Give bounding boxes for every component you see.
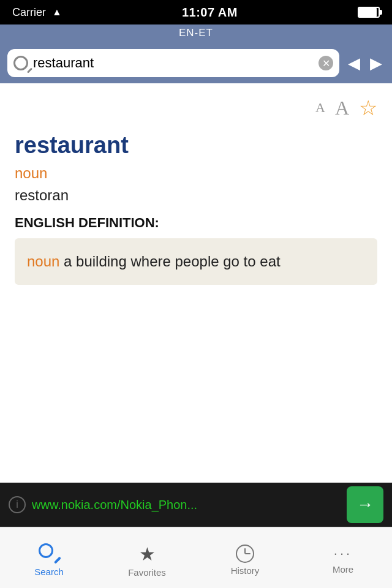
nav-bar: restaurant ✕ ◀ ▶ — [0, 43, 392, 83]
font-small-button[interactable]: A — [315, 100, 325, 116]
definition-box: noun a building where people go to eat — [15, 238, 377, 285]
tab-history[interactable]: History — [196, 540, 294, 576]
tab-search[interactable]: Search — [0, 538, 98, 577]
tab-favorites[interactable]: ★ Favorites — [98, 538, 196, 578]
ad-go-button[interactable]: → — [347, 486, 383, 523]
info-icon[interactable]: i — [9, 496, 26, 513]
font-size-row: A A ☆ — [15, 96, 377, 120]
forward-arrow[interactable]: ▶ — [368, 53, 385, 74]
clear-button[interactable]: ✕ — [318, 56, 333, 70]
tab-search-label: Search — [34, 567, 64, 577]
search-input[interactable]: restaurant — [33, 56, 318, 70]
part-of-speech: noun — [15, 165, 377, 182]
search-tab-icon — [39, 543, 59, 564]
language-label: EN-ET — [0, 24, 392, 43]
search-box[interactable]: restaurant ✕ — [7, 49, 339, 77]
translation: restoran — [15, 187, 377, 204]
tab-more-label: More — [333, 564, 353, 575]
back-arrow[interactable]: ◀ — [345, 53, 363, 74]
tab-history-label: History — [231, 565, 260, 576]
ad-bar: i www.nokia.com/Nokia_Phon... → — [0, 483, 392, 527]
status-bar: Carrier ▲ 11:07 AM — [0, 0, 392, 24]
go-arrow-icon: → — [356, 495, 374, 514]
definition-text: a building where people go to eat — [64, 253, 281, 270]
font-large-button[interactable]: A — [335, 97, 349, 119]
wifi-icon: ▲ — [52, 7, 62, 18]
ad-url[interactable]: www.nokia.com/Nokia_Phon... — [32, 498, 341, 512]
definition-header: ENGLISH DEFINITION: — [15, 215, 377, 231]
favorite-star-button[interactable]: ☆ — [359, 96, 377, 120]
search-icon — [13, 56, 28, 70]
battery-icon — [358, 7, 380, 18]
favorites-star-icon: ★ — [139, 543, 156, 565]
content-area: A A ☆ restaurant noun restoran ENGLISH D… — [0, 83, 392, 297]
clock-icon — [236, 545, 254, 563]
clock: 11:07 AM — [182, 6, 238, 20]
more-dots-icon: ··· — [334, 546, 352, 562]
tab-bar: Search ★ Favorites History ··· More — [0, 527, 392, 588]
word-title: restaurant — [15, 132, 377, 159]
nav-arrows: ◀ ▶ — [345, 53, 385, 74]
tab-favorites-label: Favorites — [128, 567, 166, 578]
carrier-label: Carrier — [12, 6, 46, 19]
tab-more[interactable]: ··· More — [294, 541, 392, 575]
definition-type: noun — [27, 253, 59, 270]
